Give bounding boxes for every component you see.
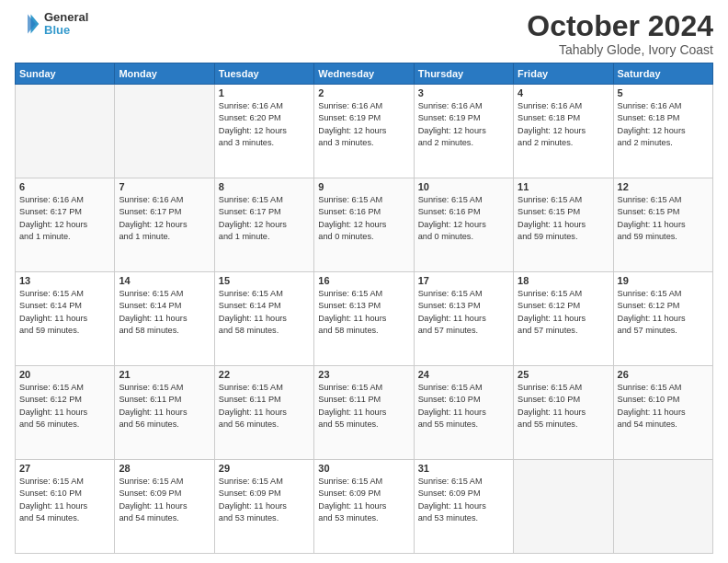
day-number: 12	[618, 181, 709, 192]
day-number: 26	[618, 369, 709, 380]
logo: General Blue	[15, 11, 88, 38]
calendar-cell: 27Sunrise: 6:15 AMSunset: 6:10 PMDayligh…	[16, 460, 115, 554]
day-info: Sunrise: 6:15 AMSunset: 6:10 PMDaylight:…	[618, 382, 709, 431]
day-info: Sunrise: 6:15 AMSunset: 6:11 PMDaylight:…	[219, 382, 310, 431]
day-info: Sunrise: 6:15 AMSunset: 6:16 PMDaylight:…	[418, 194, 509, 243]
day-number: 5	[618, 87, 709, 98]
calendar-cell: 17Sunrise: 6:15 AMSunset: 6:13 PMDayligh…	[414, 272, 513, 366]
day-number: 7	[119, 181, 210, 192]
day-number: 9	[318, 181, 409, 192]
logo-line2: Blue	[44, 24, 88, 37]
calendar-cell	[115, 85, 214, 178]
day-number: 24	[418, 369, 509, 380]
day-info: Sunrise: 6:15 AMSunset: 6:12 PMDaylight:…	[618, 288, 709, 337]
day-number: 29	[219, 463, 310, 474]
day-info: Sunrise: 6:15 AMSunset: 6:10 PMDaylight:…	[19, 476, 110, 524]
calendar-cell: 19Sunrise: 6:15 AMSunset: 6:12 PMDayligh…	[613, 272, 712, 366]
day-info: Sunrise: 6:15 AMSunset: 6:15 PMDaylight:…	[518, 194, 609, 243]
day-info: Sunrise: 6:15 AMSunset: 6:14 PMDaylight:…	[119, 288, 210, 337]
day-info: Sunrise: 6:15 AMSunset: 6:09 PMDaylight:…	[119, 476, 210, 524]
calendar-cell: 13Sunrise: 6:15 AMSunset: 6:14 PMDayligh…	[16, 272, 115, 366]
day-number: 14	[119, 275, 210, 286]
day-number: 1	[219, 87, 310, 98]
day-number: 6	[19, 181, 110, 192]
calendar-cell: 20Sunrise: 6:15 AMSunset: 6:12 PMDayligh…	[16, 366, 115, 460]
day-number: 13	[19, 275, 110, 286]
weekday-header-friday: Friday	[514, 63, 613, 85]
day-info: Sunrise: 6:16 AMSunset: 6:19 PMDaylight:…	[318, 100, 409, 149]
calendar-cell: 6Sunrise: 6:16 AMSunset: 6:17 PMDaylight…	[16, 178, 115, 272]
calendar-cell: 3Sunrise: 6:16 AMSunset: 6:19 PMDaylight…	[414, 85, 513, 178]
calendar-cell: 10Sunrise: 6:15 AMSunset: 6:16 PMDayligh…	[414, 178, 513, 272]
calendar-cell: 11Sunrise: 6:15 AMSunset: 6:15 PMDayligh…	[514, 178, 613, 272]
day-number: 20	[19, 369, 110, 380]
calendar-cell: 7Sunrise: 6:16 AMSunset: 6:17 PMDaylight…	[115, 178, 214, 272]
calendar-cell	[514, 460, 613, 554]
calendar-cell: 25Sunrise: 6:15 AMSunset: 6:10 PMDayligh…	[514, 366, 613, 460]
logo-text: General Blue	[44, 11, 88, 38]
calendar-cell: 8Sunrise: 6:15 AMSunset: 6:17 PMDaylight…	[214, 178, 313, 272]
location-title: Tahably Glode, Ivory Coast	[527, 42, 713, 57]
logo-line1: General	[44, 11, 88, 24]
day-number: 30	[318, 463, 409, 474]
day-number: 17	[418, 275, 509, 286]
day-number: 21	[119, 369, 210, 380]
calendar-cell: 22Sunrise: 6:15 AMSunset: 6:11 PMDayligh…	[214, 366, 313, 460]
day-info: Sunrise: 6:15 AMSunset: 6:12 PMDaylight:…	[518, 288, 609, 337]
day-info: Sunrise: 6:15 AMSunset: 6:11 PMDaylight:…	[119, 382, 210, 431]
day-info: Sunrise: 6:15 AMSunset: 6:11 PMDaylight:…	[318, 382, 409, 431]
calendar-cell: 5Sunrise: 6:16 AMSunset: 6:18 PMDaylight…	[613, 85, 712, 178]
day-number: 18	[518, 275, 609, 286]
month-title: October 2024	[527, 11, 713, 40]
calendar-cell: 9Sunrise: 6:15 AMSunset: 6:16 PMDaylight…	[314, 178, 414, 272]
day-info: Sunrise: 6:15 AMSunset: 6:09 PMDaylight:…	[418, 476, 509, 524]
day-info: Sunrise: 6:15 AMSunset: 6:12 PMDaylight:…	[19, 382, 110, 431]
weekday-header-wednesday: Wednesday	[314, 63, 414, 85]
calendar-cell: 28Sunrise: 6:15 AMSunset: 6:09 PMDayligh…	[115, 460, 214, 554]
day-number: 10	[418, 181, 509, 192]
day-number: 28	[119, 463, 210, 474]
calendar: SundayMondayTuesdayWednesdayThursdayFrid…	[15, 63, 713, 554]
calendar-cell: 15Sunrise: 6:15 AMSunset: 6:14 PMDayligh…	[214, 272, 313, 366]
day-number: 15	[219, 275, 310, 286]
day-number: 11	[518, 181, 609, 192]
calendar-cell: 16Sunrise: 6:15 AMSunset: 6:13 PMDayligh…	[314, 272, 414, 366]
day-info: Sunrise: 6:16 AMSunset: 6:20 PMDaylight:…	[219, 100, 310, 149]
day-number: 23	[318, 369, 409, 380]
day-info: Sunrise: 6:15 AMSunset: 6:15 PMDaylight:…	[618, 194, 709, 243]
day-info: Sunrise: 6:15 AMSunset: 6:13 PMDaylight:…	[418, 288, 509, 337]
calendar-cell	[613, 460, 712, 554]
calendar-cell: 26Sunrise: 6:15 AMSunset: 6:10 PMDayligh…	[613, 366, 712, 460]
day-info: Sunrise: 6:16 AMSunset: 6:18 PMDaylight:…	[618, 100, 709, 149]
day-info: Sunrise: 6:15 AMSunset: 6:14 PMDaylight:…	[19, 288, 110, 337]
calendar-cell: 12Sunrise: 6:15 AMSunset: 6:15 PMDayligh…	[613, 178, 712, 272]
day-info: Sunrise: 6:16 AMSunset: 6:17 PMDaylight:…	[19, 194, 110, 243]
weekday-header-monday: Monday	[115, 63, 214, 85]
header: General Blue October 2024 Tahably Glode,…	[15, 11, 713, 57]
calendar-cell: 14Sunrise: 6:15 AMSunset: 6:14 PMDayligh…	[115, 272, 214, 366]
day-info: Sunrise: 6:15 AMSunset: 6:10 PMDaylight:…	[518, 382, 609, 431]
day-number: 3	[418, 87, 509, 98]
day-number: 16	[318, 275, 409, 286]
day-number: 31	[418, 463, 509, 474]
day-number: 22	[219, 369, 310, 380]
title-block: October 2024 Tahably Glode, Ivory Coast	[527, 11, 713, 57]
day-number: 8	[219, 181, 310, 192]
calendar-cell: 24Sunrise: 6:15 AMSunset: 6:10 PMDayligh…	[414, 366, 513, 460]
day-info: Sunrise: 6:15 AMSunset: 6:17 PMDaylight:…	[219, 194, 310, 243]
weekday-header-tuesday: Tuesday	[214, 63, 313, 85]
calendar-cell: 1Sunrise: 6:16 AMSunset: 6:20 PMDaylight…	[214, 85, 313, 178]
day-number: 19	[618, 275, 709, 286]
calendar-cell: 4Sunrise: 6:16 AMSunset: 6:18 PMDaylight…	[514, 85, 613, 178]
calendar-cell	[16, 85, 115, 178]
day-info: Sunrise: 6:16 AMSunset: 6:17 PMDaylight:…	[119, 194, 210, 243]
day-info: Sunrise: 6:15 AMSunset: 6:09 PMDaylight:…	[219, 476, 310, 524]
weekday-header-thursday: Thursday	[414, 63, 513, 85]
page: General Blue October 2024 Tahably Glode,…	[0, 0, 728, 563]
day-number: 2	[318, 87, 409, 98]
calendar-cell: 29Sunrise: 6:15 AMSunset: 6:09 PMDayligh…	[214, 460, 313, 554]
calendar-cell: 30Sunrise: 6:15 AMSunset: 6:09 PMDayligh…	[314, 460, 414, 554]
calendar-cell: 21Sunrise: 6:15 AMSunset: 6:11 PMDayligh…	[115, 366, 214, 460]
day-info: Sunrise: 6:15 AMSunset: 6:10 PMDaylight:…	[418, 382, 509, 431]
day-info: Sunrise: 6:16 AMSunset: 6:18 PMDaylight:…	[518, 100, 609, 149]
